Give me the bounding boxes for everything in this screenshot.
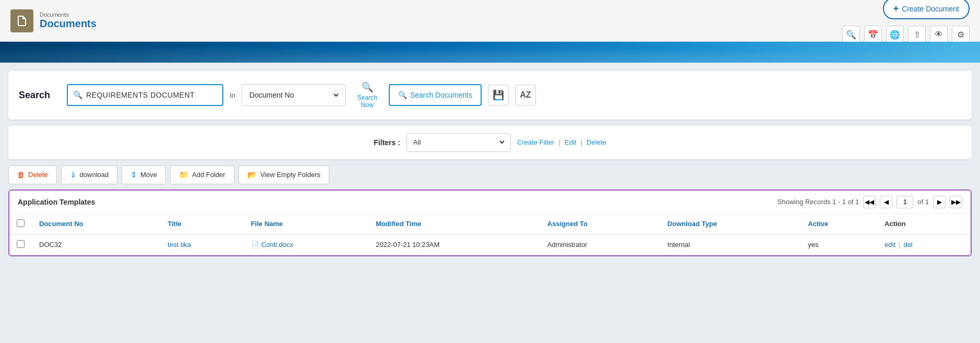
header-title-block: Documents Documents [40,11,97,30]
header-breadcrumb: Documents [40,11,97,18]
active-value: yes [808,241,818,249]
action-sep: | [899,241,900,249]
select-all-checkbox[interactable] [17,219,25,227]
header-active: Active [800,214,877,234]
row-assigned-to: Administrator [540,234,660,255]
search-now-panel[interactable]: 🔍 Search Now [352,79,383,111]
documents-table: Document No Title File Name Modified Tim… [9,214,971,255]
filter-section: Filters : All Active Inactive Create Fil… [8,126,972,159]
search-select-wrapper: Document No Title File Name All Fields [242,84,346,106]
view-empty-folders-button[interactable]: 📂 View Empty Folders [238,165,329,184]
add-folder-button[interactable]: 📁 Add Folder [170,165,234,184]
move-button[interactable]: ⇕ Move [122,165,166,184]
col-file-name-label: File Name [251,220,283,228]
row-checkbox[interactable] [17,240,25,248]
header-title: Title [160,214,243,234]
page-number-input[interactable] [897,196,913,208]
edit-filter-link[interactable]: Edit [565,138,576,147]
row-action: edit | del [877,234,971,255]
edit-link[interactable]: edit [885,241,895,249]
download-icon: ⇓ [70,170,77,180]
trash-icon: 🗑 [17,170,25,179]
search-input-icon: 🔍 [73,90,83,100]
filter-sep-1: | [558,138,560,147]
search-section: Search 🔍 In Document No Title File Name … [8,71,972,120]
file-name-link[interactable]: 📄 Conti.docx [251,241,362,249]
eye-icon: 👁 [935,30,943,39]
header-globe-icon-btn[interactable]: 🌐 [886,26,904,43]
table-pagination: Showing Records 1 - 1 of 1 ◀◀ ◀ of 1 ▶ ▶… [778,196,963,208]
header-search-icon-btn[interactable]: 🔍 [842,26,860,43]
assigned-to-value: Administrator [547,241,588,249]
search-now-line1: Search [357,94,377,101]
main-content: Search 🔍 In Document No Title File Name … [0,63,980,343]
header-modified-time: Modified Time [368,214,540,234]
col-action-label: Action [885,220,905,228]
header: Documents Documents + Create Document 🔍 … [0,0,980,42]
delete-filter-link[interactable]: Delete [587,138,606,147]
add-folder-label: Add Folder [192,171,225,179]
filter-select-wrap: All Active Inactive [407,133,511,152]
search-now-text: Search Now [357,94,377,109]
blue-bar [0,42,980,63]
filter-select[interactable]: All Active Inactive [411,138,506,147]
delete-label: Delete [28,171,48,179]
header-eye-icon-btn[interactable]: 👁 [930,26,948,43]
sort-az-button[interactable]: AZ [515,85,536,105]
header-download-type: Download Type [660,214,801,234]
title-link[interactable]: test tika [168,241,191,249]
view-empty-icon: 📂 [247,170,257,180]
download-button[interactable]: ⇓ download [61,165,118,184]
header-right: + Create Document 🔍 📅 🌐 ⇧ 👁 [842,0,970,43]
header-checkbox-col [9,214,32,234]
filter-actions: Create Filter | Edit | Delete [517,138,606,147]
header-calendar-icon-btn[interactable]: 📅 [864,26,882,43]
move-label: Move [140,171,157,179]
header-doc-no: Document No [32,214,160,234]
save-search-button[interactable]: 💾 [488,85,509,105]
header-icon-bar: 🔍 📅 🌐 ⇧ 👁 ⚙ [842,26,970,43]
table-row: DOC32 test tika 📄 Conti.docx 2022-07-21 … [9,234,971,255]
search-now-line2: Now [361,101,374,109]
delete-button[interactable]: 🗑 Delete [8,165,57,184]
move-icon: ⇕ [130,170,137,180]
table-header-bar: Application Templates Showing Records 1 … [9,191,971,214]
search-docs-icon: 🔍 [398,91,407,99]
header-gear-icon-btn[interactable]: ⚙ [952,26,970,43]
col-active-label: Active [808,220,828,228]
row-doc-no: DOC32 [32,234,160,255]
row-file-name: 📄 Conti.docx [244,234,369,255]
table-section: Application Templates Showing Records 1 … [8,190,972,256]
search-row: Search 🔍 In Document No Title File Name … [19,79,961,111]
action-bar: 🗑 Delete ⇓ download ⇕ Move 📁 Add Folder … [8,165,972,184]
globe-icon: 🌐 [890,30,900,40]
table-header-row: Document No Title File Name Modified Tim… [9,214,971,234]
modified-time-value: 2022-07-21 10:23AM [376,241,439,249]
first-page-btn[interactable]: ◀◀ [863,196,876,208]
create-filter-link[interactable]: Create Filter [517,138,555,147]
header-upload-icon-btn[interactable]: ⇧ [908,26,926,43]
page-total-label: of 1 [917,198,929,206]
last-page-btn[interactable]: ▶▶ [950,196,962,208]
search-now-icon: 🔍 [362,81,373,93]
search-input[interactable] [86,91,217,99]
row-active: yes [800,234,877,255]
col-title-label: Title [168,220,182,228]
prev-page-btn[interactable]: ◀ [880,196,892,208]
sort-az-icon: AZ [520,90,531,100]
search-icon: 🔍 [846,30,856,40]
add-folder-icon: 📁 [179,170,189,180]
del-link[interactable]: del [903,241,912,249]
search-documents-button[interactable]: 🔍 Search Documents [389,84,482,106]
doc-svg [16,15,28,27]
create-document-button[interactable]: + Create Document [883,0,970,19]
save-icon: 💾 [493,89,504,101]
download-label: download [80,171,109,179]
documents-icon [10,9,33,32]
search-field-select[interactable]: Document No Title File Name All Fields [247,90,340,100]
col-download-type-label: Download Type [667,220,717,228]
create-doc-label: Create Document [902,5,959,13]
next-page-btn[interactable]: ▶ [933,196,946,208]
view-empty-folders-label: View Empty Folders [260,171,320,179]
search-docs-label: Search Documents [410,91,472,99]
